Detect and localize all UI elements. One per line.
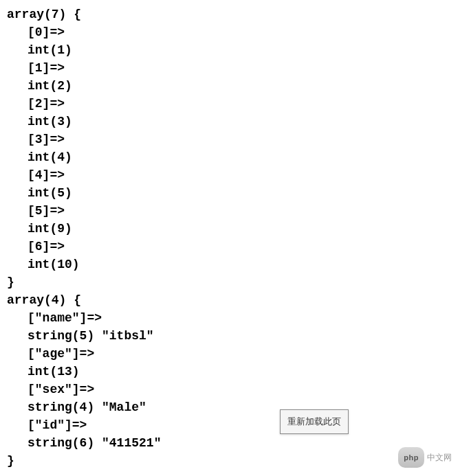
array2-line: string(5) "itbsl"	[7, 327, 460, 345]
array1-line: int(4)	[7, 148, 460, 166]
array1-line: [6]=>	[7, 238, 460, 256]
array2-line: string(4) "Male"	[7, 398, 460, 416]
array1-line: [1]=>	[7, 59, 460, 77]
array1-line: int(1)	[7, 41, 460, 59]
array1-line: int(3)	[7, 113, 460, 131]
array1-line: int(10)	[7, 256, 460, 273]
watermark-pill: php	[398, 447, 424, 468]
reload-tooltip: 重新加载此页	[280, 409, 349, 434]
array2-line: ["name"]=>	[7, 309, 460, 327]
array1-header: array(7) {	[7, 5, 460, 23]
array1-line: int(2)	[7, 77, 460, 95]
watermark: php 中文网	[398, 447, 452, 468]
array1-line: [3]=>	[7, 131, 460, 148]
array1-line: [4]=>	[7, 166, 460, 184]
array2-line: int(13)	[7, 363, 460, 381]
watermark-text: 中文网	[427, 449, 452, 466]
tooltip-text: 重新加载此页	[287, 416, 341, 427]
array2-header: array(4) {	[7, 291, 460, 309]
array2-line: ["id"]=>	[7, 416, 460, 434]
array2-footer: }	[7, 452, 460, 470]
array2-line: string(6) "411521"	[7, 434, 460, 452]
array1-line: int(5)	[7, 184, 460, 202]
array1-line: [0]=>	[7, 23, 460, 41]
array1-line: int(9)	[7, 220, 460, 238]
code-output: array(7) { [0]=> int(1) [1]=> int(2) [2]…	[7, 5, 460, 470]
array2-line: ["age"]=>	[7, 345, 460, 363]
array2-line: ["sex"]=>	[7, 381, 460, 398]
array1-footer: }	[7, 273, 460, 291]
array1-line: [5]=>	[7, 202, 460, 220]
array1-line: [2]=>	[7, 95, 460, 113]
